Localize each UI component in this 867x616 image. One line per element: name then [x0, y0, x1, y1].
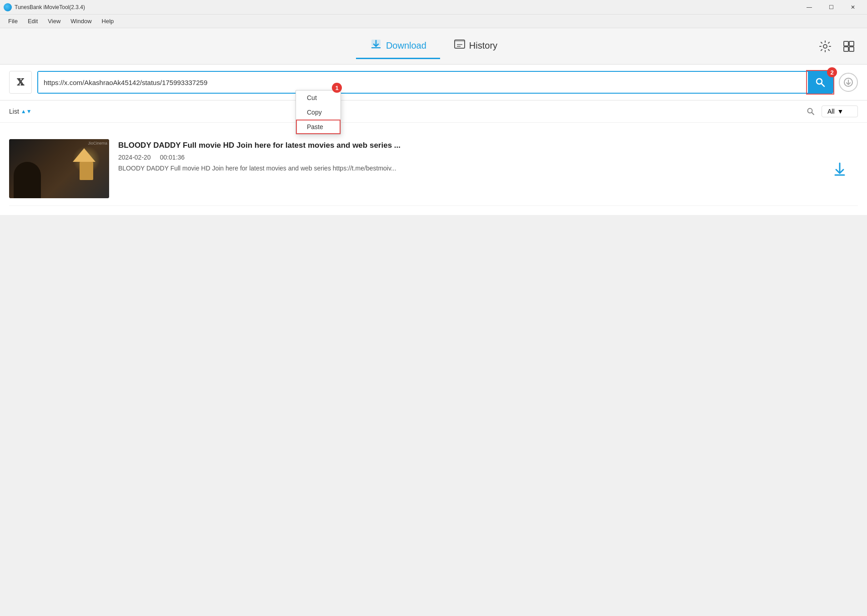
svg-rect-8 [844, 47, 848, 51]
window-controls: — ☐ ✕ [799, 0, 863, 15]
context-copy[interactable]: Copy [296, 105, 341, 120]
tab-download[interactable]: Download [356, 33, 440, 59]
svg-rect-2 [455, 40, 465, 42]
menu-help[interactable]: Help [97, 16, 119, 26]
context-paste[interactable]: Paste [296, 120, 341, 134]
menu-window[interactable]: Window [66, 16, 96, 26]
watermark: JioCinema [88, 141, 107, 145]
toolbar-tabs: Download History [356, 33, 511, 59]
lamp-shade [73, 148, 95, 162]
svg-rect-7 [849, 41, 854, 46]
app-icon [4, 3, 12, 11]
toolbar: Download History [0, 28, 867, 65]
list-label: List [9, 108, 19, 115]
title-bar: TunesBank iMovieTool(2.3.4) — ☐ ✕ [0, 0, 867, 15]
person-silhouette [14, 162, 41, 198]
list-search-button[interactable] [803, 104, 818, 119]
list-dropdown-arrow: ▲▼ [21, 108, 32, 115]
url-input[interactable] [38, 72, 808, 93]
tab-history[interactable]: History [440, 34, 511, 59]
badge-2: 2 [827, 67, 837, 77]
menu-bar: File Edit View Window Help [0, 15, 867, 28]
video-info: BLOODY DADDY Full movie HD Join here for… [118, 139, 858, 172]
minimize-button[interactable]: — [799, 0, 820, 15]
video-thumbnail: JioCinema [9, 139, 109, 198]
maximize-button[interactable]: ☐ [821, 0, 842, 15]
video-download-button[interactable] [831, 160, 849, 178]
menu-view[interactable]: View [43, 16, 65, 26]
context-cut[interactable]: Cut [296, 90, 341, 105]
filter-dropdown-arrow: ▼ [837, 108, 844, 115]
svg-line-14 [812, 113, 814, 115]
menu-edit[interactable]: Edit [23, 16, 42, 26]
video-meta: 2024-02-20 00:01:36 [118, 154, 858, 161]
platform-button[interactable]: 𝕏 [9, 71, 32, 94]
download-circle-button[interactable] [839, 73, 858, 92]
video-item: JioCinema BLOODY DADDY Full movie HD Joi… [9, 132, 858, 206]
video-duration: 00:01:36 [160, 154, 185, 161]
history-tab-icon [454, 38, 466, 53]
app-title: TunesBank iMovieTool(2.3.4) [15, 4, 799, 10]
close-button[interactable]: ✕ [842, 0, 863, 15]
thumb-inner: JioCinema [9, 139, 109, 198]
list-controls: List ▲▼ All ▼ [0, 100, 867, 123]
url-bar-area: 𝕏 2 Cut Copy Paste 1 [0, 65, 867, 100]
lamp-shape [77, 148, 95, 175]
settings-button[interactable] [816, 37, 834, 55]
svg-rect-6 [844, 41, 848, 46]
download-tab-label: Download [386, 40, 426, 51]
lamp-base [80, 162, 93, 180]
context-menu: Cut Copy Paste [296, 90, 341, 135]
menu-file[interactable]: File [4, 16, 22, 26]
grid-view-button[interactable] [840, 37, 858, 55]
history-tab-label: History [469, 40, 497, 51]
toolbar-right [816, 37, 858, 55]
svg-line-11 [822, 84, 825, 87]
badge-1: 1 [332, 83, 342, 93]
filter-dropdown[interactable]: All ▼ [822, 105, 858, 117]
video-date: 2024-02-20 [118, 154, 151, 161]
url-input-wrap: 2 [37, 71, 833, 94]
content-area: JioCinema BLOODY DADDY Full movie HD Joi… [0, 123, 867, 215]
list-dropdown[interactable]: List ▲▼ [9, 108, 32, 115]
platform-icon: 𝕏 [17, 77, 24, 88]
svg-point-5 [823, 45, 827, 48]
filter-label: All [827, 108, 835, 115]
video-title: BLOODY DADDY Full movie HD Join here for… [118, 141, 858, 150]
svg-rect-9 [849, 47, 854, 51]
video-description: BLOODY DADDY Full movie HD Join here for… [118, 165, 858, 172]
download-tab-icon [370, 38, 382, 53]
